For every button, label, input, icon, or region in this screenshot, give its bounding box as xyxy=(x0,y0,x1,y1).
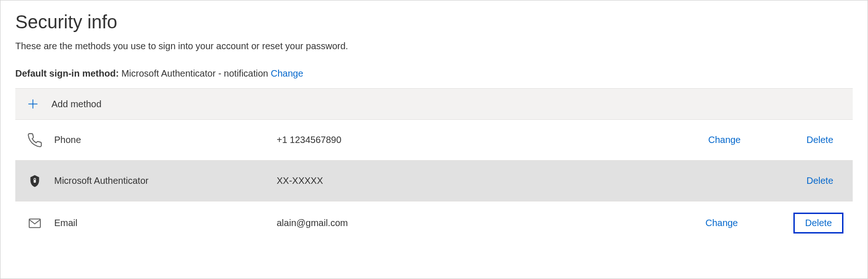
delete-link[interactable]: Delete xyxy=(796,131,843,149)
email-icon xyxy=(25,216,45,231)
plus-icon xyxy=(23,98,43,110)
method-value: XX-XXXXX xyxy=(277,175,708,186)
method-value: +1 1234567890 xyxy=(277,135,708,145)
change-link[interactable]: Change xyxy=(708,135,796,145)
method-name: Email xyxy=(54,218,277,228)
phone-icon xyxy=(25,132,45,148)
method-row-phone: Phone +1 1234567890 Change Delete xyxy=(15,119,853,160)
page-title: Security info xyxy=(15,12,853,32)
delete-link[interactable]: Delete xyxy=(796,172,843,190)
method-name: Phone xyxy=(54,135,277,145)
add-method-label: Add method xyxy=(51,99,101,110)
default-method-value: Microsoft Authenticator - notification xyxy=(121,68,268,78)
default-method-label: Default sign-in method: xyxy=(15,68,119,78)
change-link[interactable]: Change xyxy=(705,218,793,228)
method-row-email: Email alain@gmail.com Change Delete xyxy=(15,201,853,245)
authenticator-icon xyxy=(25,175,45,188)
svg-rect-3 xyxy=(29,219,40,227)
method-row-authenticator: Microsoft Authenticator XX-XXXXX Delete xyxy=(15,160,853,201)
default-method-section: Default sign-in method: Microsoft Authen… xyxy=(0,68,868,88)
change-default-method-link[interactable]: Change xyxy=(271,68,303,78)
page-subtitle: These are the methods you use to sign in… xyxy=(15,41,853,52)
delete-link[interactable]: Delete xyxy=(793,213,843,234)
methods-list: Add method Phone +1 1234567890 Change De… xyxy=(15,88,853,245)
add-method-button[interactable]: Add method xyxy=(15,88,853,119)
svg-rect-2 xyxy=(34,180,36,182)
method-value: alain@gmail.com xyxy=(277,218,705,228)
method-name: Microsoft Authenticator xyxy=(54,175,277,186)
